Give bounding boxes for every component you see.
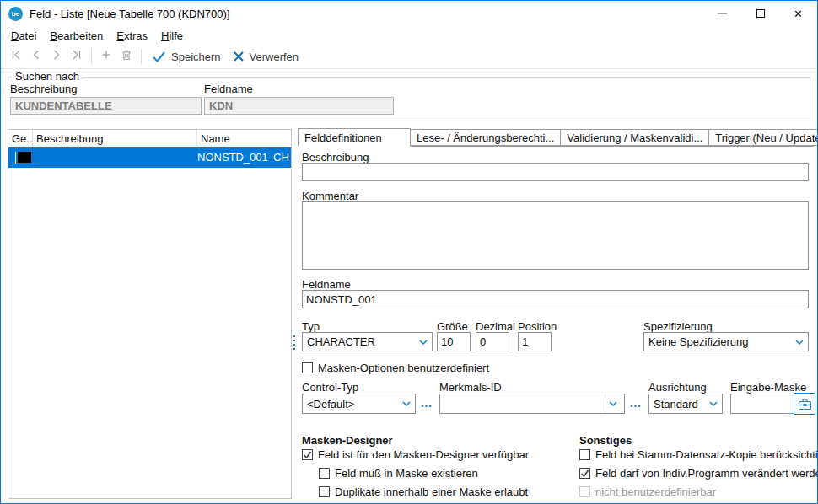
masken-optionen-row[interactable]: Masken-Optionen benutzerdefiniert	[302, 362, 489, 374]
kommentar-label: Kommentar	[302, 190, 358, 202]
feld-ist-f-r-den-masken-designer-verf-gbar-checkbox[interactable]	[302, 449, 313, 460]
groesse-label: Größe	[437, 320, 468, 333]
toolbar-nav-group	[6, 46, 87, 67]
checkbox-row-feld-ist-f-r-den-masken-designer-verf-gbar[interactable]: Feld ist für den Masken-Designer verfügb…	[302, 448, 529, 461]
add-record-icon	[100, 48, 113, 65]
x-icon	[233, 51, 245, 62]
dezimal-input[interactable]	[476, 332, 509, 351]
duplikate-innerhalb-einer-maske-erlaubt-checkbox[interactable]	[319, 486, 330, 497]
feld-bei-stamm-datensatz-kopie-ber-cksichtigen-checkbox[interactable]	[579, 449, 590, 460]
beschreibung-input[interactable]	[302, 163, 809, 181]
checkbox-row-feld-bei-stamm-datensatz-kopie-ber-cksichtigen[interactable]: Feld bei Stamm-Datensatz-Kopie berücksic…	[579, 448, 818, 461]
toolbar: Speichern Verwerfen	[1, 45, 817, 69]
discard-button-label: Verwerfen	[250, 51, 299, 63]
nav-next-button[interactable]	[46, 46, 67, 67]
maximize-button[interactable]	[741, 1, 779, 26]
nav-next-icon	[50, 48, 63, 65]
beschreibung-label: Beschreibung	[302, 151, 369, 164]
duplikate-innerhalb-einer-maske-erlaubt-label: Duplikate innerhalb einer Maske erlaubt	[335, 485, 528, 498]
window-controls: ✕	[703, 1, 817, 26]
feld-darf-von-indiv-programm-ver-ndert-werden-checkbox[interactable]	[579, 468, 590, 479]
tab-validierung-maskenvalidi[interactable]: Validierung / Maskenvalidi...	[560, 129, 709, 146]
merkmals-id-browse-button[interactable]: ...	[630, 397, 642, 410]
search-beschreibung-label: Beschreibung	[10, 83, 78, 95]
grid-header: Ge...BeschreibungName	[8, 130, 291, 147]
merkmals-id-select[interactable]	[439, 394, 625, 414]
position-label: Position	[518, 320, 557, 333]
kommentar-input[interactable]	[302, 201, 809, 270]
menu-item-hilfe[interactable]: Hilfe	[154, 28, 190, 44]
column-header-ge[interactable]: Ge...	[8, 130, 33, 147]
detail-panel: FelddefinitionenLese- / Änderungsberecht…	[298, 127, 814, 499]
tab-felddefinitionen[interactable]: Felddefinitionen	[298, 128, 411, 147]
menu-item-bearbeiten[interactable]: Bearbeiten	[43, 28, 110, 44]
grid-row-selected[interactable]: NONSTD_001 CH	[8, 147, 291, 168]
eingabe-maske-input[interactable]	[730, 394, 794, 414]
tab-lese-nderungsberechti[interactable]: Lese- / Änderungsberechti...	[410, 129, 561, 146]
feld-mu-in-maske-existieren-label: Feld muß in Maske existieren	[335, 467, 478, 480]
eingabe-maske-editor-button[interactable]	[794, 393, 815, 415]
typ-select[interactable]: CHARACTER	[302, 332, 433, 351]
chevron-down-icon	[402, 401, 411, 406]
save-button[interactable]: Speichern	[146, 51, 227, 63]
column-header-name[interactable]: Name	[197, 130, 291, 147]
edit-selection-block	[18, 152, 31, 163]
toolbar-edit-group	[96, 46, 137, 67]
toolbar-separator	[91, 49, 92, 64]
groesse-input[interactable]	[437, 332, 471, 351]
position-input[interactable]	[518, 332, 552, 351]
app-icon: be	[8, 7, 23, 21]
chevron-down-icon	[795, 340, 804, 345]
discard-button[interactable]: Verwerfen	[227, 51, 305, 63]
feld-darf-von-indiv-programm-ver-ndert-werden-label: Feld darf von Indiv.Programm verändert w…	[595, 467, 818, 480]
search-feldname-input[interactable]	[204, 97, 394, 115]
typ-select-value: CHARACTER	[307, 335, 375, 348]
control-typ-browse-button[interactable]: ...	[421, 397, 433, 410]
menu-item-extras[interactable]: Extras	[110, 28, 154, 44]
checkbox-row-feld-mu-in-maske-existieren[interactable]: Feld muß in Maske existieren	[319, 467, 478, 480]
masken-optionen-checkbox[interactable]	[302, 362, 313, 373]
spezifizierung-select[interactable]: Keine Spezifizierung	[643, 332, 809, 351]
add-record-button[interactable]	[96, 46, 116, 67]
nav-previous-button[interactable]	[26, 46, 46, 67]
delete-record-icon	[120, 48, 133, 65]
title-bar: be Feld - Liste [Neue Tabelle 700 (KDN70…	[1, 1, 817, 26]
panel-splitter[interactable]	[292, 129, 298, 499]
nav-last-icon	[70, 48, 83, 65]
feld-mu-in-maske-existieren-checkbox[interactable]	[319, 468, 330, 479]
nav-first-button[interactable]	[6, 46, 26, 67]
nav-last-button[interactable]	[67, 46, 87, 67]
menu-item-datei[interactable]: Datei	[4, 28, 43, 44]
search-groupbox-legend: Suchen nach	[12, 70, 83, 83]
window-title: Feld - Liste [Neue Tabelle 700 (KDN700)]	[30, 8, 230, 20]
eingabe-maske-label: Eingabe-Maske	[730, 381, 806, 394]
tab-trigger-neu-update[interactable]: Trigger (Neu / Update)	[708, 129, 818, 146]
check-icon	[152, 51, 166, 62]
app-window: be Feld - Liste [Neue Tabelle 700 (KDN70…	[0, 0, 818, 504]
control-typ-select[interactable]: <Default>	[302, 394, 416, 414]
grid-cell-typ: CH	[273, 151, 289, 164]
minimize-icon	[718, 13, 727, 14]
control-typ-select-value: <Default>	[307, 398, 354, 410]
menu-bar: DateiBearbeitenExtrasHilfe	[1, 26, 817, 45]
checkbox-row-feld-darf-von-indiv-programm-ver-ndert-werden[interactable]: Feld darf von Indiv.Programm verändert w…	[579, 467, 818, 480]
masken-optionen-label: Masken-Optionen benutzerdefiniert	[318, 362, 489, 374]
spezifizierung-label: Spezifizierung	[643, 320, 713, 333]
control-typ-label: Control-Typ	[302, 381, 358, 394]
ausrichtung-select-value: Standard	[654, 398, 698, 410]
save-button-label: Speichern	[171, 51, 221, 63]
search-beschreibung-input[interactable]	[10, 97, 202, 115]
dezimal-label: Dezimal	[476, 320, 515, 333]
close-button[interactable]: ✕	[779, 1, 817, 26]
sonstiges-heading: Sonstiges	[579, 434, 632, 447]
ausrichtung-select[interactable]: Standard	[648, 394, 723, 414]
nav-first-icon	[9, 48, 23, 65]
spezifizierung-select-value: Keine Spezifizierung	[648, 335, 749, 348]
toolbar-separator	[141, 49, 142, 64]
checkbox-row-duplikate-innerhalb-einer-maske-erlaubt[interactable]: Duplikate innerhalb einer Maske erlaubt	[319, 485, 528, 498]
delete-record-button[interactable]	[116, 46, 137, 67]
feldname-input[interactable]	[302, 290, 809, 308]
minimize-button[interactable]	[703, 1, 741, 26]
column-header-beschreibung[interactable]: Beschreibung	[33, 130, 197, 147]
nicht-benutzerdefinierbar-label: nicht benutzerdefinierbar	[595, 485, 716, 498]
